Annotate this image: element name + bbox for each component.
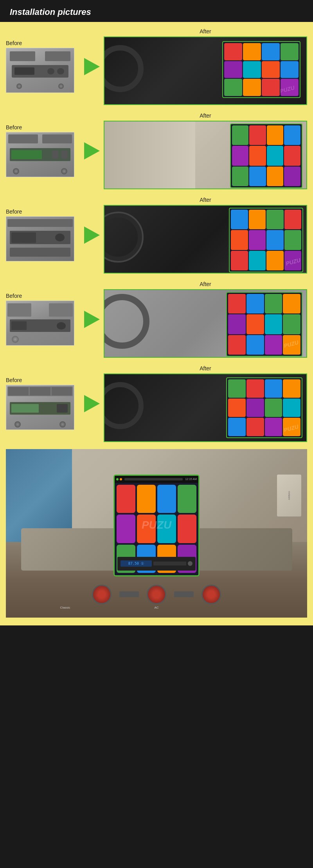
arrow-icon-3: [84, 227, 100, 244]
before-label-3: Before: [6, 208, 22, 215]
main-content: Before: [0, 22, 313, 625]
after-image-1: PUZU: [104, 36, 307, 105]
comparison-row-2: Before: [6, 112, 307, 189]
bottom-image-section: 12:15 AM: [6, 449, 307, 618]
before-section-3: Before: [6, 208, 80, 261]
arrow-icon-5: [84, 395, 100, 412]
after-label-4: After: [200, 281, 211, 287]
after-section-3: After: [104, 196, 307, 274]
arrow-section-2: [80, 142, 104, 159]
after-image-4: PUZU: [104, 289, 307, 358]
bottom-image: 12:15 AM: [6, 449, 307, 618]
after-section-2: After: [104, 112, 307, 189]
after-section-1: After: [104, 28, 307, 105]
after-label-row-4: After: [104, 281, 307, 288]
after-section-5: After: [104, 365, 307, 442]
after-label-5: After: [200, 365, 211, 371]
after-image-5: PUZU: [104, 373, 307, 442]
arrow-section-3: [80, 227, 104, 244]
before-image-3: [6, 216, 74, 261]
after-image-3: PUZU: [104, 205, 307, 274]
after-label-1: After: [200, 28, 211, 34]
arrow-section-5: [80, 395, 104, 412]
page-wrapper: Installation pictures Before: [0, 0, 313, 625]
arrow-icon-4: [84, 311, 100, 328]
after-label-row-3: After: [104, 196, 307, 203]
before-section-1: Before: [6, 40, 80, 93]
before-label-4: Before: [6, 293, 22, 299]
title-section: Installation pictures: [0, 0, 313, 22]
after-label-row-5: After: [104, 365, 307, 372]
before-section-4: Before: [6, 293, 80, 346]
after-label-2: After: [200, 112, 211, 119]
before-label-1: Before: [6, 40, 22, 46]
before-image-5: [6, 385, 74, 430]
after-section-4: After: [104, 281, 307, 358]
before-section-2: Before: [6, 124, 80, 177]
before-label-5: Before: [6, 377, 22, 383]
arrow-icon-2: [84, 142, 100, 159]
arrow-section-4: [80, 311, 104, 328]
comparison-row-5: Before: [6, 365, 307, 442]
before-image-1: [6, 48, 74, 93]
arrow-section-1: [80, 58, 104, 75]
comparison-row-1: Before: [6, 28, 307, 105]
after-label-row-1: After: [104, 28, 307, 35]
before-section-5: Before: [6, 377, 80, 430]
arrow-icon-1: [84, 58, 100, 75]
before-label-2: Before: [6, 124, 22, 130]
before-image-4: [6, 301, 74, 346]
comparison-row-3: Before After: [6, 196, 307, 274]
page-title: Installation pictures: [10, 7, 91, 17]
comparison-row-4: Before Af: [6, 281, 307, 358]
after-label-3: After: [200, 197, 211, 203]
before-image-2: [6, 132, 74, 177]
after-label-row-2: After: [104, 112, 307, 119]
after-image-2: [104, 121, 307, 189]
